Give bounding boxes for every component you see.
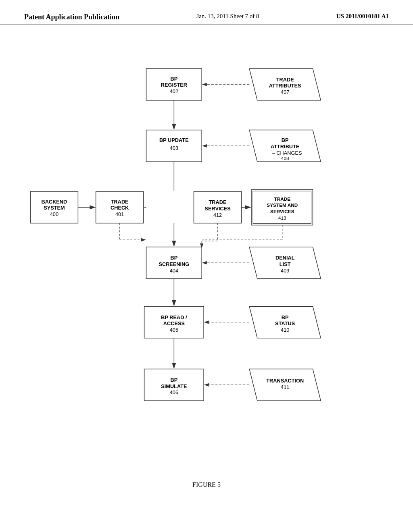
diagram-area: BP REGISTER 402 BP UPDATE 403 TRADE CHEC… xyxy=(0,25,413,501)
svg-text:TRADE: TRADE xyxy=(209,199,227,205)
svg-text:405: 405 xyxy=(170,327,178,333)
svg-text:ATTRIBUTES: ATTRIBUTES xyxy=(269,83,301,89)
header: Patent Application Publication Jan. 13, … xyxy=(0,0,413,25)
svg-text:410: 410 xyxy=(281,327,289,333)
svg-text:BP: BP xyxy=(170,377,177,383)
header-center: Jan. 13, 2011 Sheet 7 of 8 xyxy=(196,13,259,20)
svg-text:– CHANGES: – CHANGES xyxy=(272,150,302,156)
svg-text:REGISTER: REGISTER xyxy=(161,82,187,88)
svg-text:TRADE: TRADE xyxy=(111,199,129,205)
svg-text:BP: BP xyxy=(170,76,177,82)
svg-text:SCREENING: SCREENING xyxy=(159,261,189,267)
svg-text:BP: BP xyxy=(282,137,289,143)
svg-text:TRANSACTION: TRANSACTION xyxy=(266,378,304,384)
svg-text:TRADE: TRADE xyxy=(274,196,290,202)
svg-text:406: 406 xyxy=(170,389,178,395)
svg-text:400: 400 xyxy=(50,211,58,217)
svg-text:CHECK: CHECK xyxy=(111,205,129,211)
svg-text:BACKEND: BACKEND xyxy=(41,199,67,205)
figure-label: FIGURE 5 xyxy=(192,481,221,488)
svg-text:SYSTEM: SYSTEM xyxy=(44,205,65,211)
svg-text:407: 407 xyxy=(281,89,289,95)
svg-text:SYSTEM AND: SYSTEM AND xyxy=(267,202,298,208)
svg-text:BP: BP xyxy=(170,255,177,261)
svg-text:401: 401 xyxy=(115,211,124,217)
svg-text:BP: BP xyxy=(282,314,289,320)
svg-text:TRADE: TRADE xyxy=(276,77,294,83)
svg-text:402: 402 xyxy=(170,88,178,94)
svg-text:STATUS: STATUS xyxy=(275,320,295,326)
header-left: Patent Application Publication xyxy=(24,13,119,21)
svg-text:SERVICES: SERVICES xyxy=(270,209,294,214)
header-right: US 2011/0010181 A1 xyxy=(336,13,389,20)
svg-text:412: 412 xyxy=(213,212,222,218)
svg-text:413: 413 xyxy=(278,215,286,221)
svg-text:403: 403 xyxy=(170,145,178,151)
svg-text:ACCESS: ACCESS xyxy=(163,320,185,326)
svg-text:411: 411 xyxy=(281,384,289,390)
svg-text:408: 408 xyxy=(281,156,289,161)
svg-text:LIST: LIST xyxy=(280,261,291,267)
svg-text:SIMULATE: SIMULATE xyxy=(161,383,187,389)
svg-text:BP READ /: BP READ / xyxy=(161,314,187,320)
svg-text:ATTRIBUTE: ATTRIBUTE xyxy=(271,143,300,150)
svg-text:409: 409 xyxy=(281,268,289,274)
svg-text:SERVICES: SERVICES xyxy=(204,206,231,212)
svg-text:404: 404 xyxy=(170,268,178,274)
svg-text:DENIAL: DENIAL xyxy=(275,255,295,261)
svg-text:BP UPDATE: BP UPDATE xyxy=(159,137,189,143)
